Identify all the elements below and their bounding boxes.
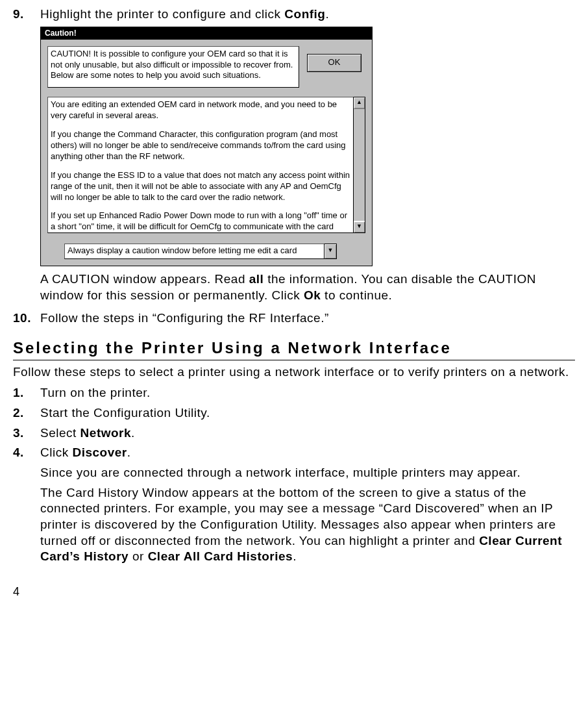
scroll-up-icon[interactable]: ▲ xyxy=(354,97,365,109)
text: Select xyxy=(40,426,80,440)
notes-scrollbox: You are editing an extended OEM card in … xyxy=(47,97,365,233)
notes-para: If you change the ESS ID to a value that… xyxy=(51,170,350,203)
dropdown-row: Always display a caution window before l… xyxy=(47,244,365,259)
text: A CAUTION window appears. Read xyxy=(40,272,249,286)
dialog-titlebar: Caution! xyxy=(41,27,372,40)
text: or xyxy=(129,549,147,563)
text: . xyxy=(325,7,329,21)
text: . xyxy=(127,445,131,459)
text-bold: Network xyxy=(80,426,131,440)
step-9: 9. Highlight the printer to configure an… xyxy=(13,6,575,23)
step-number: 1. xyxy=(13,385,40,401)
section-heading: Selecting the Printer Using a Network In… xyxy=(13,338,575,360)
section-intro: Follow these steps to select a printer u… xyxy=(13,364,575,381)
text: . xyxy=(293,549,297,563)
dialog-body: CAUTION! It is possible to configure you… xyxy=(41,40,372,266)
step-1: 1. Turn on the printer. xyxy=(13,385,575,401)
text: Highlight the printer to configure and c… xyxy=(40,7,284,21)
step-4-para3: The Card History Window appears at the b… xyxy=(40,485,575,565)
text-bold: Clear All Card Histories xyxy=(148,549,293,563)
step-text: Start the Configuration Utility. xyxy=(40,405,575,421)
notes-para: If you change the Command Character, thi… xyxy=(51,129,350,162)
text: to continue. xyxy=(321,288,392,302)
caution-option-dropdown[interactable]: Always display a caution window before l… xyxy=(64,244,337,259)
dropdown-value: Always display a caution window before l… xyxy=(64,244,325,259)
step-text: Turn on the printer. xyxy=(40,385,575,401)
step-4: 4. Click Discover. Since you are connect… xyxy=(13,445,575,565)
text-bold: Discover xyxy=(72,445,127,459)
chevron-down-icon[interactable]: ▼ xyxy=(325,244,337,259)
step-10: 10. Follow the steps in “Configuring the… xyxy=(13,310,575,327)
scrollbar[interactable]: ▲ ▼ xyxy=(354,97,365,233)
step-number: 9. xyxy=(13,6,40,23)
text-bold: all xyxy=(249,272,264,286)
step-4-para2: Since you are connected through a networ… xyxy=(40,465,575,481)
dialog-top-row: CAUTION! It is possible to configure you… xyxy=(47,46,365,88)
text: . xyxy=(131,426,135,440)
step-9-followup: A CAUTION window appears. Read all the i… xyxy=(40,271,575,303)
step-3: 3. Select Network. xyxy=(13,425,575,442)
notes-para: If you set up Enhanced Radio Power Down … xyxy=(51,210,350,233)
step-2: 2. Start the Configuration Utility. xyxy=(13,405,575,421)
step-number: 4. xyxy=(13,445,40,565)
step-number: 2. xyxy=(13,405,40,421)
notes-text: You are editing an extended OEM card in … xyxy=(47,97,354,233)
step-text: Click Discover. Since you are connected … xyxy=(40,445,575,565)
scroll-down-icon[interactable]: ▼ xyxy=(354,221,365,232)
text: Click xyxy=(40,445,72,459)
notes-para: You are editing an extended OEM card in … xyxy=(51,99,350,121)
ok-button[interactable]: OK xyxy=(307,54,361,72)
step-4-line1: Click Discover. xyxy=(40,445,575,461)
caution-dialog: Caution! CAUTION! It is possible to conf… xyxy=(40,27,373,267)
text-bold: Config xyxy=(284,7,325,21)
caution-dialog-figure: Caution! CAUTION! It is possible to conf… xyxy=(40,27,575,267)
step-number: 3. xyxy=(13,425,40,442)
text-bold: Ok xyxy=(304,288,321,302)
caution-message: CAUTION! It is possible to configure you… xyxy=(47,46,299,88)
step-text: Highlight the printer to configure and c… xyxy=(40,6,575,23)
step-number: 10. xyxy=(13,310,40,327)
page-number: 4 xyxy=(13,584,575,599)
step-text: Select Network. xyxy=(40,425,575,442)
step-text: Follow the steps in “Configuring the RF … xyxy=(40,310,575,327)
